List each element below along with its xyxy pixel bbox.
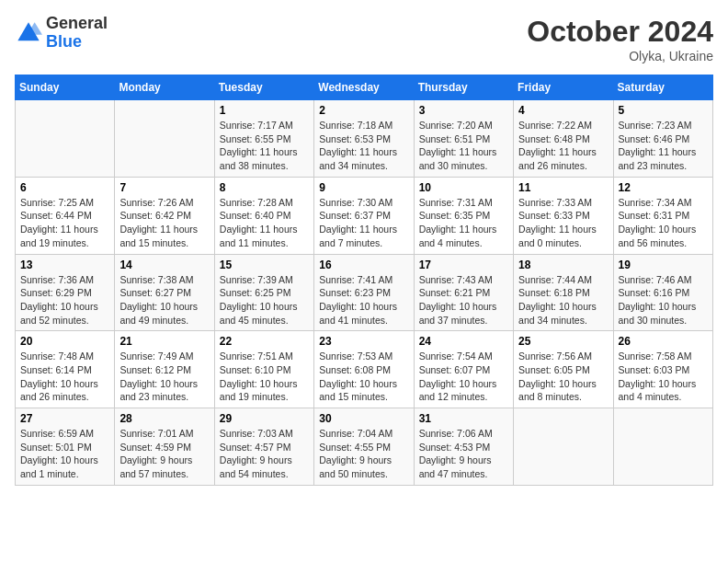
weekday-header: Wednesday: [314, 75, 414, 100]
calendar-cell: [514, 408, 613, 486]
calendar-cell: 1Sunrise: 7:17 AM Sunset: 6:55 PM Daylig…: [214, 100, 313, 178]
day-number: 12: [619, 181, 708, 194]
page-header: General Blue October 2024 Olyka, Ukraine: [15, 15, 713, 63]
logo-icon: [15, 19, 42, 47]
calendar-cell: 9Sunrise: 7:30 AM Sunset: 6:37 PM Daylig…: [314, 177, 414, 254]
day-number: 3: [419, 104, 508, 117]
calendar-cell: 4Sunrise: 7:22 AM Sunset: 6:48 PM Daylig…: [514, 100, 613, 178]
calendar-cell: 27Sunrise: 6:59 AM Sunset: 5:01 PM Dayli…: [16, 408, 115, 486]
day-number: 4: [518, 104, 608, 117]
weekday-header: Saturday: [613, 75, 712, 100]
calendar-cell: 20Sunrise: 7:48 AM Sunset: 6:14 PM Dayli…: [16, 331, 115, 408]
day-info: Sunrise: 7:54 AM Sunset: 6:07 PM Dayligh…: [419, 350, 508, 404]
day-number: 31: [419, 412, 508, 425]
calendar-cell: 14Sunrise: 7:38 AM Sunset: 6:27 PM Dayli…: [115, 254, 214, 331]
logo-text-general: General: [46, 14, 108, 32]
day-number: 13: [20, 259, 109, 271]
day-number: 20: [20, 335, 109, 348]
calendar-cell: 19Sunrise: 7:46 AM Sunset: 6:16 PM Dayli…: [613, 254, 712, 331]
day-info: Sunrise: 7:46 AM Sunset: 6:16 PM Dayligh…: [619, 273, 708, 327]
day-info: Sunrise: 7:22 AM Sunset: 6:48 PM Dayligh…: [518, 119, 608, 173]
day-info: Sunrise: 7:25 AM Sunset: 6:44 PM Dayligh…: [20, 196, 109, 250]
day-number: 7: [119, 181, 209, 194]
calendar-cell: 18Sunrise: 7:44 AM Sunset: 6:18 PM Dayli…: [514, 254, 613, 331]
calendar-cell: 15Sunrise: 7:39 AM Sunset: 6:25 PM Dayli…: [214, 254, 313, 331]
day-info: Sunrise: 7:18 AM Sunset: 6:53 PM Dayligh…: [319, 119, 408, 173]
calendar-cell: 29Sunrise: 7:03 AM Sunset: 4:57 PM Dayli…: [214, 408, 313, 486]
day-info: Sunrise: 7:36 AM Sunset: 6:29 PM Dayligh…: [20, 273, 109, 327]
day-number: 5: [619, 104, 708, 117]
calendar-cell: 31Sunrise: 7:06 AM Sunset: 4:53 PM Dayli…: [414, 408, 513, 486]
day-info: Sunrise: 7:53 AM Sunset: 6:08 PM Dayligh…: [319, 350, 408, 404]
day-number: 26: [619, 335, 708, 348]
day-number: 17: [419, 259, 508, 271]
calendar-week-row: 1Sunrise: 7:17 AM Sunset: 6:55 PM Daylig…: [16, 100, 713, 178]
day-number: 15: [220, 259, 309, 271]
day-info: Sunrise: 7:06 AM Sunset: 4:53 PM Dayligh…: [419, 427, 508, 481]
day-number: 6: [20, 181, 109, 194]
calendar-cell: 12Sunrise: 7:34 AM Sunset: 6:31 PM Dayli…: [613, 177, 712, 254]
calendar-cell: 25Sunrise: 7:56 AM Sunset: 6:05 PM Dayli…: [514, 331, 613, 408]
day-info: Sunrise: 7:34 AM Sunset: 6:31 PM Dayligh…: [619, 196, 708, 250]
calendar-cell: 28Sunrise: 7:01 AM Sunset: 4:59 PM Dayli…: [115, 408, 214, 486]
calendar-week-row: 20Sunrise: 7:48 AM Sunset: 6:14 PM Dayli…: [16, 331, 713, 408]
day-number: 18: [518, 259, 608, 271]
weekday-header-row: SundayMondayTuesdayWednesdayThursdayFrid…: [16, 75, 713, 100]
day-info: Sunrise: 7:04 AM Sunset: 4:55 PM Dayligh…: [319, 427, 408, 481]
title-block: October 2024 Olyka, Ukraine: [527, 15, 713, 63]
logo-text-blue: Blue: [46, 32, 82, 51]
day-info: Sunrise: 7:33 AM Sunset: 6:33 PM Dayligh…: [518, 196, 608, 250]
calendar-cell: 7Sunrise: 7:26 AM Sunset: 6:42 PM Daylig…: [115, 177, 214, 254]
calendar-cell: 2Sunrise: 7:18 AM Sunset: 6:53 PM Daylig…: [314, 100, 414, 178]
logo: General Blue: [15, 15, 108, 52]
day-info: Sunrise: 7:44 AM Sunset: 6:18 PM Dayligh…: [518, 273, 608, 327]
day-number: 25: [518, 335, 608, 348]
calendar-week-row: 27Sunrise: 6:59 AM Sunset: 5:01 PM Dayli…: [16, 408, 713, 486]
calendar-cell: 22Sunrise: 7:51 AM Sunset: 6:10 PM Dayli…: [214, 331, 313, 408]
day-number: 24: [419, 335, 508, 348]
calendar-cell: 10Sunrise: 7:31 AM Sunset: 6:35 PM Dayli…: [414, 177, 513, 254]
calendar-cell: [613, 408, 712, 486]
day-number: 16: [319, 259, 408, 271]
day-info: Sunrise: 7:49 AM Sunset: 6:12 PM Dayligh…: [119, 350, 209, 404]
calendar-cell: 13Sunrise: 7:36 AM Sunset: 6:29 PM Dayli…: [16, 254, 115, 331]
calendar-cell: 30Sunrise: 7:04 AM Sunset: 4:55 PM Dayli…: [314, 408, 414, 486]
calendar-cell: 26Sunrise: 7:58 AM Sunset: 6:03 PM Dayli…: [613, 331, 712, 408]
calendar-table: SundayMondayTuesdayWednesdayThursdayFrid…: [15, 75, 713, 486]
day-info: Sunrise: 6:59 AM Sunset: 5:01 PM Dayligh…: [20, 427, 109, 481]
calendar-cell: 23Sunrise: 7:53 AM Sunset: 6:08 PM Dayli…: [314, 331, 414, 408]
calendar-cell: 8Sunrise: 7:28 AM Sunset: 6:40 PM Daylig…: [214, 177, 313, 254]
weekday-header: Sunday: [16, 75, 115, 100]
day-number: 29: [220, 412, 309, 425]
calendar-cell: 24Sunrise: 7:54 AM Sunset: 6:07 PM Dayli…: [414, 331, 513, 408]
day-info: Sunrise: 7:43 AM Sunset: 6:21 PM Dayligh…: [419, 273, 508, 327]
day-info: Sunrise: 7:03 AM Sunset: 4:57 PM Dayligh…: [220, 427, 309, 481]
day-info: Sunrise: 7:23 AM Sunset: 6:46 PM Dayligh…: [619, 119, 708, 173]
day-info: Sunrise: 7:56 AM Sunset: 6:05 PM Dayligh…: [518, 350, 608, 404]
day-info: Sunrise: 7:41 AM Sunset: 6:23 PM Dayligh…: [319, 273, 408, 327]
month-title: October 2024: [527, 15, 713, 49]
day-info: Sunrise: 7:17 AM Sunset: 6:55 PM Dayligh…: [220, 119, 309, 173]
day-number: 21: [119, 335, 209, 348]
day-info: Sunrise: 7:58 AM Sunset: 6:03 PM Dayligh…: [619, 350, 708, 404]
day-info: Sunrise: 7:39 AM Sunset: 6:25 PM Dayligh…: [220, 273, 309, 327]
day-info: Sunrise: 7:28 AM Sunset: 6:40 PM Dayligh…: [220, 196, 309, 250]
day-number: 10: [419, 181, 508, 194]
day-number: 1: [220, 104, 309, 117]
weekday-header: Monday: [115, 75, 214, 100]
weekday-header: Thursday: [414, 75, 513, 100]
location: Olyka, Ukraine: [527, 49, 713, 63]
day-number: 8: [220, 181, 309, 194]
day-info: Sunrise: 7:48 AM Sunset: 6:14 PM Dayligh…: [20, 350, 109, 404]
day-number: 27: [20, 412, 109, 425]
calendar-week-row: 6Sunrise: 7:25 AM Sunset: 6:44 PM Daylig…: [16, 177, 713, 254]
calendar-cell: [115, 100, 214, 178]
day-number: 23: [319, 335, 408, 348]
calendar-cell: 16Sunrise: 7:41 AM Sunset: 6:23 PM Dayli…: [314, 254, 414, 331]
calendar-cell: 21Sunrise: 7:49 AM Sunset: 6:12 PM Dayli…: [115, 331, 214, 408]
day-number: 28: [119, 412, 209, 425]
day-number: 30: [319, 412, 408, 425]
day-info: Sunrise: 7:01 AM Sunset: 4:59 PM Dayligh…: [119, 427, 209, 481]
day-number: 11: [518, 181, 608, 194]
calendar-cell: 17Sunrise: 7:43 AM Sunset: 6:21 PM Dayli…: [414, 254, 513, 331]
